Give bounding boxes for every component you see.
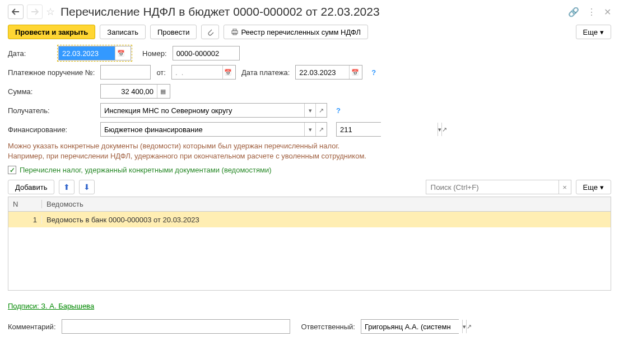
col-vedomost[interactable]: Ведомость	[42, 200, 611, 208]
more-button[interactable]: Еще ▾	[576, 25, 611, 39]
help-icon[interactable]: ?	[371, 68, 376, 77]
checkbox-label: Перечислен налог, удержанный конкретными…	[20, 166, 272, 174]
table-more-button[interactable]: Еще ▾	[576, 180, 611, 194]
from-label: от:	[156, 68, 166, 77]
cell-vedomost: Ведомость в банк 0000-000003 от 20.03.20…	[42, 216, 611, 224]
recipient-input[interactable]	[101, 104, 304, 117]
favorite-icon[interactable]: ☆	[46, 6, 55, 18]
save-button[interactable]: Записать	[100, 25, 146, 39]
calc-icon[interactable]: ▦	[157, 85, 168, 98]
open-icon[interactable]: ↗	[315, 123, 327, 136]
code-input[interactable]	[337, 123, 438, 136]
page-title: Перечисление НДФЛ в бюджет 0000-000002 о…	[60, 5, 565, 18]
vedomost-table: N Ведомость 1 Ведомость в банк 0000-0000…	[8, 197, 611, 291]
print-icon	[231, 28, 239, 36]
add-button[interactable]: Добавить	[8, 180, 54, 194]
move-up-button[interactable]: ⬆	[59, 180, 75, 194]
number-field[interactable]	[173, 46, 240, 60]
financing-input[interactable]	[101, 123, 304, 136]
table-row[interactable]: 1 Ведомость в банк 0000-000003 от 20.03.…	[8, 212, 611, 227]
sum-field[interactable]: ▦	[100, 84, 170, 99]
close-icon[interactable]: ✕	[604, 7, 611, 17]
arrow-left-icon	[12, 8, 20, 15]
link-icon[interactable]: 🔗	[568, 7, 579, 17]
specific-docs-checkbox[interactable]: ✓	[8, 166, 16, 174]
open-icon[interactable]: ↗	[315, 104, 327, 117]
date-label: Дата:	[8, 49, 53, 58]
sum-input[interactable]	[101, 85, 157, 98]
post-button[interactable]: Провести	[150, 25, 197, 39]
calendar-icon[interactable]: 📅	[115, 46, 126, 60]
clear-search-icon[interactable]: ×	[559, 180, 571, 194]
registry-button[interactable]: Реестр перечисленных сумм НДФЛ	[224, 25, 368, 39]
responsible-field[interactable]: ▾ ↗	[361, 319, 459, 334]
financing-label: Финансирование:	[8, 125, 95, 134]
financing-field[interactable]: ▾ ↗	[100, 122, 327, 137]
open-icon[interactable]: ↗	[466, 320, 472, 333]
menu-icon[interactable]: ⋮	[587, 7, 596, 17]
responsible-label: Ответственный:	[301, 323, 355, 331]
attach-button[interactable]	[201, 25, 219, 39]
payment-date-input[interactable]	[296, 66, 349, 79]
comment-field[interactable]	[62, 319, 290, 334]
svg-rect-1	[233, 29, 236, 31]
search-input[interactable]	[426, 180, 559, 194]
chevron-down-icon[interactable]: ▾	[438, 123, 441, 136]
chevron-down-icon: ▾	[600, 28, 604, 36]
comment-input[interactable]	[62, 320, 290, 333]
recipient-field[interactable]: ▾ ↗	[100, 103, 327, 118]
nav-forward[interactable]	[27, 4, 43, 19]
calendar-icon[interactable]: 📅	[222, 66, 234, 79]
order-field[interactable]	[100, 65, 151, 80]
from-field[interactable]: 📅	[171, 65, 236, 80]
comment-label: Комментарий:	[8, 323, 56, 331]
payment-date-field[interactable]: 📅	[295, 65, 362, 80]
open-icon[interactable]: ↗	[441, 123, 447, 136]
arrow-right-icon	[31, 8, 39, 15]
cell-n: 1	[8, 216, 42, 224]
chevron-down-icon[interactable]: ▾	[462, 320, 466, 333]
signature-link[interactable]: Подписи: З. А. Барышева	[8, 302, 94, 310]
help-icon[interactable]: ?	[336, 106, 341, 115]
chevron-down-icon[interactable]: ▾	[304, 123, 315, 136]
chevron-down-icon[interactable]: ▾	[304, 104, 315, 117]
code-field[interactable]: ▾ ↗	[336, 122, 381, 137]
nav-back[interactable]	[8, 4, 24, 19]
move-down-button[interactable]: ⬇	[79, 180, 95, 194]
payment-date-label: Дата платежа:	[241, 68, 290, 77]
date-input[interactable]	[59, 46, 115, 60]
from-input[interactable]	[172, 66, 222, 79]
date-field[interactable]: 📅	[58, 46, 131, 60]
order-input[interactable]	[101, 66, 150, 79]
order-label: Платежное поручение №:	[8, 68, 95, 77]
number-label: Номер:	[142, 49, 167, 58]
col-n[interactable]: N	[8, 200, 42, 208]
recipient-label: Получатель:	[8, 106, 95, 115]
submit-button[interactable]: Провести и закрыть	[8, 25, 95, 39]
responsible-input[interactable]	[361, 320, 462, 333]
sum-label: Сумма:	[8, 87, 95, 96]
hint-text: Можно указать конкретные документы (ведо…	[8, 141, 611, 161]
calendar-icon[interactable]: 📅	[349, 66, 360, 79]
clip-icon	[206, 28, 214, 36]
number-input[interactable]	[173, 46, 239, 60]
chevron-down-icon: ▾	[600, 183, 604, 192]
search-field[interactable]: ×	[426, 180, 571, 194]
